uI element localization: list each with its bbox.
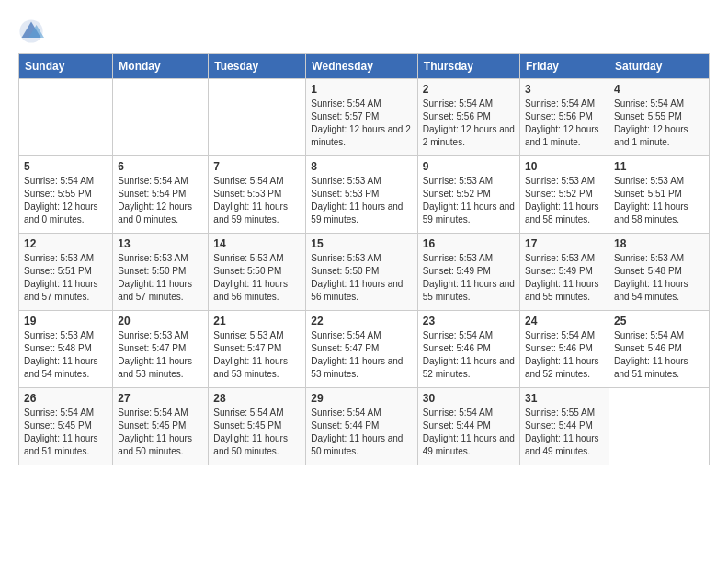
day-number: 5	[24, 160, 108, 173]
calendar-cell: 4Sunrise: 5:54 AM Sunset: 5:55 PM Daylig…	[609, 79, 709, 156]
calendar-cell: 25Sunrise: 5:54 AM Sunset: 5:46 PM Dayli…	[609, 311, 709, 388]
calendar-cell: 16Sunrise: 5:53 AM Sunset: 5:49 PM Dayli…	[417, 234, 519, 311]
calendar-cell: 29Sunrise: 5:54 AM Sunset: 5:44 PM Dayli…	[306, 388, 417, 465]
calendar-cell: 28Sunrise: 5:54 AM Sunset: 5:45 PM Dayli…	[209, 388, 306, 465]
day-info: Sunrise: 5:53 AM Sunset: 5:50 PM Dayligh…	[213, 252, 301, 304]
day-info: Sunrise: 5:54 AM Sunset: 5:45 PM Dayligh…	[24, 407, 108, 458]
day-info: Sunrise: 5:54 AM Sunset: 5:56 PM Dayligh…	[525, 98, 604, 149]
day-info: Sunrise: 5:54 AM Sunset: 5:46 PM Dayligh…	[525, 329, 604, 381]
day-number: 31	[525, 392, 604, 405]
logo	[18, 18, 48, 44]
calendar-week-5: 26Sunrise: 5:54 AM Sunset: 5:45 PM Dayli…	[19, 388, 710, 465]
day-info: Sunrise: 5:54 AM Sunset: 5:55 PM Dayligh…	[24, 175, 108, 226]
column-header-monday: Monday	[113, 54, 209, 79]
day-number: 20	[118, 315, 203, 327]
column-header-tuesday: Tuesday	[209, 54, 306, 79]
calendar-cell	[113, 79, 209, 156]
calendar-cell: 21Sunrise: 5:53 AM Sunset: 5:47 PM Dayli…	[209, 311, 306, 388]
calendar-cell: 31Sunrise: 5:55 AM Sunset: 5:44 PM Dayli…	[519, 388, 609, 465]
day-number: 23	[423, 315, 515, 327]
day-info: Sunrise: 5:54 AM Sunset: 5:45 PM Dayligh…	[118, 407, 203, 458]
day-number: 24	[525, 315, 604, 327]
calendar-cell: 22Sunrise: 5:54 AM Sunset: 5:47 PM Dayli…	[306, 311, 417, 388]
calendar-cell: 23Sunrise: 5:54 AM Sunset: 5:46 PM Dayli…	[417, 311, 519, 388]
calendar-cell: 26Sunrise: 5:54 AM Sunset: 5:45 PM Dayli…	[19, 388, 113, 465]
day-number: 9	[423, 160, 515, 173]
calendar-cell: 27Sunrise: 5:54 AM Sunset: 5:45 PM Dayli…	[113, 388, 209, 465]
day-info: Sunrise: 5:53 AM Sunset: 5:49 PM Dayligh…	[525, 252, 604, 304]
calendar-week-1: 1Sunrise: 5:54 AM Sunset: 5:57 PM Daylig…	[19, 79, 710, 156]
calendar-cell: 7Sunrise: 5:54 AM Sunset: 5:53 PM Daylig…	[209, 156, 306, 234]
day-number: 27	[118, 392, 203, 405]
day-number: 6	[118, 160, 203, 173]
calendar-table: SundayMondayTuesdayWednesdayThursdayFrid…	[18, 53, 710, 465]
calendar-cell: 20Sunrise: 5:53 AM Sunset: 5:47 PM Dayli…	[113, 311, 209, 388]
calendar-cell	[609, 388, 709, 465]
day-info: Sunrise: 5:53 AM Sunset: 5:50 PM Dayligh…	[311, 252, 412, 304]
calendar-week-2: 5Sunrise: 5:54 AM Sunset: 5:55 PM Daylig…	[19, 156, 710, 234]
day-info: Sunrise: 5:54 AM Sunset: 5:46 PM Dayligh…	[614, 329, 704, 381]
day-info: Sunrise: 5:53 AM Sunset: 5:47 PM Dayligh…	[118, 329, 203, 381]
calendar-cell: 10Sunrise: 5:53 AM Sunset: 5:52 PM Dayli…	[519, 156, 609, 234]
day-info: Sunrise: 5:54 AM Sunset: 5:47 PM Dayligh…	[311, 329, 412, 381]
column-header-saturday: Saturday	[609, 54, 709, 79]
day-number: 26	[24, 392, 108, 405]
day-info: Sunrise: 5:54 AM Sunset: 5:56 PM Dayligh…	[423, 98, 515, 149]
day-number: 4	[614, 83, 704, 96]
day-info: Sunrise: 5:53 AM Sunset: 5:52 PM Dayligh…	[525, 175, 604, 226]
calendar-cell: 15Sunrise: 5:53 AM Sunset: 5:50 PM Dayli…	[306, 234, 417, 311]
day-number: 12	[24, 237, 108, 250]
day-number: 28	[213, 392, 301, 405]
day-info: Sunrise: 5:54 AM Sunset: 5:57 PM Dayligh…	[311, 98, 412, 149]
day-number: 2	[423, 83, 515, 96]
logo-icon	[18, 18, 44, 44]
day-number: 10	[525, 160, 604, 173]
calendar-body: 1Sunrise: 5:54 AM Sunset: 5:57 PM Daylig…	[19, 79, 710, 465]
calendar-cell: 30Sunrise: 5:54 AM Sunset: 5:44 PM Dayli…	[417, 388, 519, 465]
column-header-sunday: Sunday	[19, 54, 113, 79]
day-number: 17	[525, 237, 604, 250]
day-number: 3	[525, 83, 604, 96]
day-info: Sunrise: 5:54 AM Sunset: 5:55 PM Dayligh…	[614, 98, 704, 149]
column-header-wednesday: Wednesday	[306, 54, 417, 79]
day-info: Sunrise: 5:53 AM Sunset: 5:48 PM Dayligh…	[24, 329, 108, 381]
day-number: 11	[614, 160, 704, 173]
column-header-friday: Friday	[519, 54, 609, 79]
day-number: 8	[311, 160, 412, 173]
column-header-thursday: Thursday	[417, 54, 519, 79]
day-number: 13	[118, 237, 203, 250]
day-number: 25	[614, 315, 704, 327]
calendar-cell: 6Sunrise: 5:54 AM Sunset: 5:54 PM Daylig…	[113, 156, 209, 234]
day-number: 16	[423, 237, 515, 250]
calendar-cell: 12Sunrise: 5:53 AM Sunset: 5:51 PM Dayli…	[19, 234, 113, 311]
day-number: 30	[423, 392, 515, 405]
calendar-cell: 2Sunrise: 5:54 AM Sunset: 5:56 PM Daylig…	[417, 79, 519, 156]
day-info: Sunrise: 5:54 AM Sunset: 5:44 PM Dayligh…	[311, 407, 412, 458]
day-info: Sunrise: 5:53 AM Sunset: 5:53 PM Dayligh…	[311, 175, 412, 226]
calendar-week-4: 19Sunrise: 5:53 AM Sunset: 5:48 PM Dayli…	[19, 311, 710, 388]
day-info: Sunrise: 5:53 AM Sunset: 5:48 PM Dayligh…	[614, 252, 704, 304]
calendar-cell: 8Sunrise: 5:53 AM Sunset: 5:53 PM Daylig…	[306, 156, 417, 234]
calendar-cell: 19Sunrise: 5:53 AM Sunset: 5:48 PM Dayli…	[19, 311, 113, 388]
calendar-cell: 18Sunrise: 5:53 AM Sunset: 5:48 PM Dayli…	[609, 234, 709, 311]
day-number: 14	[213, 237, 301, 250]
calendar-cell	[19, 79, 113, 156]
day-info: Sunrise: 5:53 AM Sunset: 5:52 PM Dayligh…	[423, 175, 515, 226]
day-info: Sunrise: 5:54 AM Sunset: 5:46 PM Dayligh…	[423, 329, 515, 381]
day-info: Sunrise: 5:53 AM Sunset: 5:50 PM Dayligh…	[118, 252, 203, 304]
day-number: 1	[311, 83, 412, 96]
day-info: Sunrise: 5:54 AM Sunset: 5:45 PM Dayligh…	[213, 407, 301, 458]
day-info: Sunrise: 5:53 AM Sunset: 5:51 PM Dayligh…	[24, 252, 108, 304]
calendar-cell	[209, 79, 306, 156]
calendar-header: SundayMondayTuesdayWednesdayThursdayFrid…	[19, 54, 710, 79]
day-info: Sunrise: 5:54 AM Sunset: 5:44 PM Dayligh…	[423, 407, 515, 458]
day-info: Sunrise: 5:55 AM Sunset: 5:44 PM Dayligh…	[525, 407, 604, 458]
calendar-cell: 24Sunrise: 5:54 AM Sunset: 5:46 PM Dayli…	[519, 311, 609, 388]
calendar-cell: 3Sunrise: 5:54 AM Sunset: 5:56 PM Daylig…	[519, 79, 609, 156]
calendar-cell: 14Sunrise: 5:53 AM Sunset: 5:50 PM Dayli…	[209, 234, 306, 311]
day-number: 19	[24, 315, 108, 327]
calendar-cell: 9Sunrise: 5:53 AM Sunset: 5:52 PM Daylig…	[417, 156, 519, 234]
calendar-week-3: 12Sunrise: 5:53 AM Sunset: 5:51 PM Dayli…	[19, 234, 710, 311]
day-number: 18	[614, 237, 704, 250]
day-number: 29	[311, 392, 412, 405]
